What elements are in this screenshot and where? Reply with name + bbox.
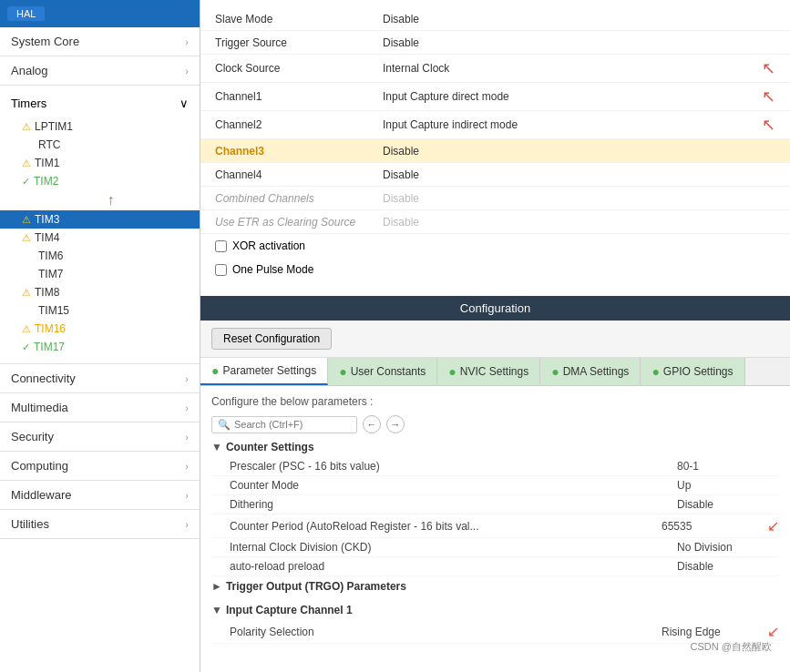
chevron-right-icon-security: › xyxy=(185,432,189,443)
timer-item-tim8[interactable]: ⚠ TIM8 xyxy=(0,283,200,301)
search-input[interactable] xyxy=(234,419,334,430)
field-row-trigger-source: Trigger Source Disable xyxy=(200,31,790,55)
tab-gpio-settings[interactable]: ● GPIO Settings xyxy=(641,358,744,385)
sidebar-item-middleware[interactable]: Middleware › xyxy=(0,481,200,509)
timer-label-tim7: TIM7 xyxy=(38,268,63,280)
field-value-use-etr: Disable xyxy=(379,215,775,229)
warn-icon-tim1: ⚠ xyxy=(22,158,31,169)
tab-nvic-settings[interactable]: ● NVIC Settings xyxy=(437,358,540,385)
tree-row-polarity: Polarity Selection Rising Edge ↙ xyxy=(211,620,779,644)
ok-icon-tim2: ✓ xyxy=(22,176,30,188)
tab-user-constants[interactable]: ● User Constants xyxy=(328,358,437,385)
timer-item-tim15[interactable]: TIM15 xyxy=(0,301,200,320)
trigger-output-header[interactable]: ► Trigger Output (TRGO) Parameters xyxy=(211,576,779,596)
timer-label-tim15: TIM15 xyxy=(38,304,69,317)
trigger-output-label: Trigger Output (TRGO) Parameters xyxy=(226,580,406,593)
tab-label-gpio: GPIO Settings xyxy=(663,365,734,378)
sidebar-section-connectivity: Connectivity › xyxy=(0,364,200,393)
field-label-channel3: Channel3 xyxy=(215,145,379,158)
timer-item-tim1[interactable]: ⚠ TIM1 xyxy=(0,154,200,172)
dithering-value[interactable]: Disable xyxy=(670,498,779,511)
timer-item-rtc[interactable]: RTC xyxy=(0,136,200,154)
field-value-clock-source[interactable]: Internal Clock xyxy=(379,61,758,76)
sidebar-label-analog: Analog xyxy=(11,64,47,77)
next-search-button[interactable]: → xyxy=(386,415,405,433)
timer-item-tim17[interactable]: ✓ TIM17 xyxy=(0,338,200,356)
reset-btn-row: Reset Configuration xyxy=(200,321,790,358)
sidebar-label-system-core: System Core xyxy=(11,35,79,48)
timer-item-tim6[interactable]: TIM6 xyxy=(0,247,200,265)
prev-search-button[interactable]: ← xyxy=(363,415,381,433)
tab-label-dma: DMA Settings xyxy=(563,365,630,378)
timer-item-tim3[interactable]: ⚠ TIM3 xyxy=(0,210,200,229)
sidebar-label-security: Security xyxy=(11,430,54,443)
polarity-value[interactable]: Rising Edge xyxy=(654,626,764,638)
tab-label-parameter: Parameter Settings xyxy=(222,364,316,377)
tab-parameter-settings[interactable]: ● Parameter Settings xyxy=(200,358,328,385)
sidebar-section-timers: Timers ∨ ⚠ LPTIM1 RTC ⚠ TIM1 ✓ TIM2 ↑ ⚠ xyxy=(0,86,200,364)
chevron-right-icon-middleware: › xyxy=(185,490,189,501)
auto-reload-value[interactable]: Disable xyxy=(670,560,779,573)
timer-item-lptim1[interactable]: ⚠ LPTIM1 xyxy=(0,117,200,136)
timer-label-rtc: RTC xyxy=(38,138,60,151)
counter-settings-section: ▼ Counter Settings Prescaler (PSC - 16 b… xyxy=(211,437,779,576)
field-row-channel2: Channel2 Input Capture indirect mode ↖ xyxy=(200,111,790,139)
tab-dma-settings[interactable]: ● DMA Settings xyxy=(540,358,641,385)
reset-configuration-button[interactable]: Reset Configuration xyxy=(211,328,332,350)
prescaler-value[interactable]: 80-1 xyxy=(670,460,779,473)
timer-label-tim4: TIM4 xyxy=(35,231,59,244)
sidebar-label-utilities: Utilities xyxy=(11,517,49,531)
timer-item-tim7[interactable]: TIM7 xyxy=(0,265,200,283)
trigger-output-section: ► Trigger Output (TRGO) Parameters xyxy=(211,576,779,596)
counter-mode-value[interactable]: Up xyxy=(670,479,779,492)
internal-clock-div-value[interactable]: No Division xyxy=(670,541,779,554)
field-value-channel4[interactable]: Disable xyxy=(379,168,775,182)
field-value-channel2[interactable]: Input Capture indirect mode xyxy=(379,117,758,132)
sidebar-section-analog: Analog › xyxy=(0,56,200,86)
sidebar-item-computing[interactable]: Computing › xyxy=(0,452,200,480)
field-label-slave-mode: Slave Mode xyxy=(215,13,379,25)
timer-item-tim2[interactable]: ✓ TIM2 xyxy=(0,172,200,190)
field-value-channel3[interactable]: Disable xyxy=(379,144,775,158)
field-value-channel1[interactable]: Input Capture direct mode xyxy=(379,89,758,104)
xor-checkbox[interactable] xyxy=(215,240,227,252)
search-box[interactable]: 🔍 xyxy=(211,416,357,433)
one-pulse-checkbox[interactable] xyxy=(215,264,227,276)
tree-row-counter-period: Counter Period (AutoReload Register - 16… xyxy=(211,514,779,538)
field-value-trigger-source[interactable]: Disable xyxy=(379,36,775,50)
sidebar-section-multimedia: Multimedia › xyxy=(0,393,200,423)
sidebar-top-tab[interactable]: HAL xyxy=(7,6,45,21)
input-capture-header[interactable]: ▼ Input Capture Channel 1 xyxy=(211,600,779,620)
tree-toggle-trigger: ► xyxy=(211,580,222,593)
field-row-slave-mode: Slave Mode Disable xyxy=(200,7,790,31)
search-row: 🔍 ← → xyxy=(211,412,779,437)
sidebar-item-timers[interactable]: Timers ∨ xyxy=(0,89,200,117)
configuration-title: Configuration xyxy=(460,301,530,315)
tab-dot-parameter: ● xyxy=(211,363,219,378)
polarity-label: Polarity Selection xyxy=(230,626,654,638)
field-value-slave-mode[interactable]: Disable xyxy=(379,12,775,26)
warn-icon-tim4: ⚠ xyxy=(22,232,31,244)
counter-period-value[interactable]: 65535 xyxy=(654,520,764,533)
field-label-combined-channels: Combined Channels xyxy=(215,192,379,205)
timer-list: ⚠ LPTIM1 RTC ⚠ TIM1 ✓ TIM2 ↑ ⚠ TIM3 ⚠ xyxy=(0,117,200,360)
counter-mode-label: Counter Mode xyxy=(230,479,670,492)
arrow-channel1: ↖ xyxy=(762,87,775,107)
warn-icon-tim16: ⚠ xyxy=(22,323,31,335)
warn-icon-tim8: ⚠ xyxy=(22,287,31,299)
chevron-right-icon-computing: › xyxy=(185,461,189,472)
prescaler-label: Prescaler (PSC - 16 bits value) xyxy=(230,460,670,473)
tree-row-prescaler: Prescaler (PSC - 16 bits value) 80-1 xyxy=(211,457,779,476)
sidebar-item-analog[interactable]: Analog › xyxy=(0,56,200,85)
timer-label-tim6: TIM6 xyxy=(38,249,63,262)
timer-item-tim16[interactable]: ⚠ TIM16 xyxy=(0,320,200,338)
timer-item-tim4[interactable]: ⚠ TIM4 xyxy=(0,229,200,247)
sidebar-item-multimedia[interactable]: Multimedia › xyxy=(0,393,200,422)
sidebar-item-security[interactable]: Security › xyxy=(0,423,200,451)
sidebar-item-connectivity[interactable]: Connectivity › xyxy=(0,364,200,392)
counter-settings-header[interactable]: ▼ Counter Settings xyxy=(211,437,779,457)
sidebar-item-utilities[interactable]: Utilities › xyxy=(0,510,200,538)
sidebar-item-system-core[interactable]: System Core › xyxy=(0,27,200,56)
arrow-channel2: ↖ xyxy=(762,115,775,135)
sidebar: HAL System Core › Analog › Timers ∨ ⚠ LP… xyxy=(0,0,200,672)
